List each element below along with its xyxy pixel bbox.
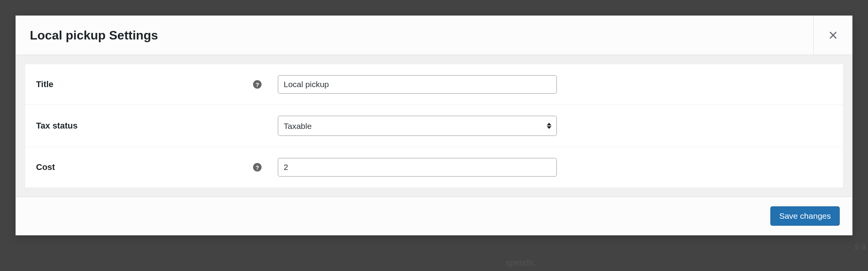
cost-label: Cost <box>36 162 55 172</box>
settings-modal: Local pickup Settings Title ? Tax statu <box>16 15 852 235</box>
cost-input[interactable] <box>278 158 557 177</box>
modal-header: Local pickup Settings <box>16 16 852 55</box>
close-button[interactable] <box>813 16 852 55</box>
title-row: Title ? <box>25 64 843 105</box>
tax-status-label: Tax status <box>36 121 78 130</box>
tax-status-select[interactable]: Taxable <box>278 116 557 136</box>
tax-status-row: Tax status Taxable <box>25 105 843 147</box>
title-label: Title <box>36 79 53 89</box>
cost-row: Cost ? <box>25 147 843 188</box>
help-icon[interactable]: ? <box>253 163 262 172</box>
save-changes-button[interactable]: Save changes <box>770 206 840 226</box>
help-icon[interactable]: ? <box>253 80 262 89</box>
background-text: spends. <box>506 258 536 268</box>
background-text: s a <box>855 242 866 252</box>
title-input[interactable] <box>278 75 557 94</box>
settings-form: Title ? Tax status Taxable <box>25 64 843 187</box>
modal-title: Local pickup Settings <box>16 17 172 53</box>
modal-footer: Save changes <box>16 197 852 235</box>
modal-body: Title ? Tax status Taxable <box>16 55 852 197</box>
close-icon <box>828 30 839 41</box>
